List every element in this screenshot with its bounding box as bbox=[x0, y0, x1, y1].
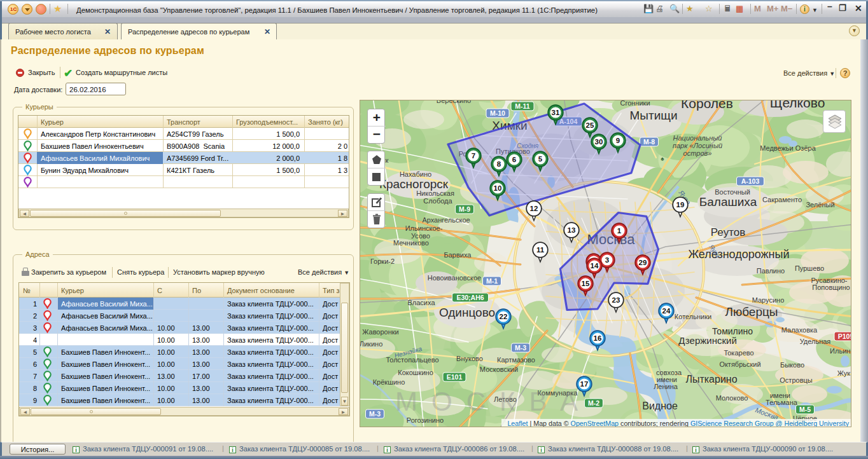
svg-text:А-103: А-103 bbox=[741, 177, 760, 185]
svg-text:15: 15 bbox=[582, 280, 590, 287]
svg-text:Молоково: Молоково bbox=[716, 394, 748, 402]
svg-text:Сакраменто: Сакраменто bbox=[762, 196, 802, 203]
svg-text:Ленина: Ленина bbox=[654, 383, 678, 390]
svg-text:М-9: М-9 bbox=[459, 205, 470, 213]
svg-text:Щелково: Щелково bbox=[770, 100, 825, 110]
svg-text:Слобода: Слобода bbox=[423, 197, 452, 205]
svg-text:Одинцово: Одинцово bbox=[439, 306, 495, 319]
svg-text:Тельмана: Тельмана bbox=[766, 399, 798, 406]
svg-text:Верескино: Верескино bbox=[437, 100, 471, 104]
svg-text:Томилино: Томилино bbox=[712, 326, 753, 336]
svg-text:Поповщино: Поповщино bbox=[812, 284, 850, 291]
svg-text:Барвиха: Барвиха bbox=[444, 251, 472, 259]
svg-text:Токарево: Токарево bbox=[724, 349, 753, 357]
svg-text:Павлино: Павлино bbox=[757, 267, 785, 275]
svg-text:Картмазово: Картмазово bbox=[497, 356, 535, 364]
svg-text:Нахабино: Нахабино bbox=[400, 170, 431, 178]
svg-text:Ликино: Ликино bbox=[360, 340, 382, 348]
svg-text:парк «Лосиный: парк «Лосиный bbox=[673, 142, 722, 149]
svg-text:Мытищи: Мытищи bbox=[629, 109, 677, 122]
svg-text:♠: ♠ bbox=[661, 155, 664, 162]
svg-text:Жаворонки: Жаворонки bbox=[362, 328, 399, 336]
svg-text:Зелёный: Зелёный bbox=[806, 201, 834, 209]
svg-text:10: 10 bbox=[494, 184, 502, 192]
svg-text:Быково: Быково bbox=[780, 361, 804, 369]
svg-text:Национальный: Национальный bbox=[673, 134, 722, 142]
svg-text:Новоивановское: Новоивановское bbox=[428, 274, 481, 282]
svg-text:13: 13 bbox=[568, 226, 576, 234]
svg-text:11: 11 bbox=[536, 246, 545, 254]
svg-text:Восточный: Восточный bbox=[715, 188, 750, 196]
svg-text:М-3: М-3 bbox=[369, 410, 381, 418]
svg-text:23: 23 bbox=[612, 296, 620, 304]
svg-text:31: 31 bbox=[552, 109, 560, 116]
svg-text:М-11: М-11 bbox=[515, 102, 530, 110]
svg-text:9: 9 bbox=[616, 137, 620, 144]
svg-text:17: 17 bbox=[580, 380, 589, 388]
svg-text:Р105: Р105 bbox=[838, 332, 851, 340]
svg-text:Ильинское-: Ильинское- bbox=[405, 224, 443, 232]
svg-text:24: 24 bbox=[662, 307, 671, 315]
svg-text:Островцы: Островцы bbox=[780, 376, 812, 384]
svg-text:22: 22 bbox=[500, 313, 508, 320]
svg-text:М-1: М-1 bbox=[486, 277, 498, 285]
svg-text:Балашиха: Балашиха bbox=[699, 195, 757, 209]
svg-text:Внуково: Внуково bbox=[456, 355, 483, 362]
svg-text:М-10: М-10 bbox=[490, 109, 505, 117]
svg-text:1: 1 bbox=[617, 227, 622, 235]
svg-text:М-2: М-2 bbox=[588, 399, 599, 407]
svg-text:6: 6 bbox=[512, 156, 516, 163]
svg-text:Кокошкино: Кокошкино bbox=[398, 369, 433, 376]
svg-text:Архангельское: Архангельское bbox=[422, 216, 470, 224]
svg-text:остров»: остров» bbox=[683, 149, 712, 157]
svg-text:М-3: М-3 bbox=[515, 344, 526, 352]
svg-text:Е30;АН6: Е30;АН6 bbox=[456, 294, 484, 301]
svg-text:Власиха: Власиха bbox=[407, 299, 435, 306]
svg-text:Медвежьи Озёра: Медвежьи Озёра bbox=[760, 144, 816, 152]
svg-text:30: 30 bbox=[595, 138, 603, 146]
svg-text:12: 12 bbox=[530, 205, 538, 212]
svg-text:Ильинс: Ильинс bbox=[830, 347, 851, 355]
svg-text:Крёкшино: Крёкшино bbox=[373, 378, 405, 386]
svg-text:19: 19 bbox=[676, 201, 685, 209]
svg-text:8: 8 bbox=[497, 160, 501, 168]
svg-text:Дзержинский: Дзержинский bbox=[678, 335, 737, 346]
svg-text:Октябрьский: Октябрьский bbox=[719, 360, 760, 368]
svg-text:Жук: Жук bbox=[837, 369, 851, 377]
svg-text:Московский: Московский bbox=[480, 366, 518, 373]
svg-text:29: 29 bbox=[639, 259, 647, 266]
svg-text:Малаховка: Малаховка bbox=[781, 326, 818, 334]
svg-text:Сгонники: Сгонники bbox=[620, 100, 650, 107]
svg-text:Королев: Королев bbox=[681, 100, 733, 111]
svg-text:М-8: М-8 bbox=[643, 138, 655, 146]
svg-text:5: 5 bbox=[538, 155, 543, 163]
svg-text:М-5: М-5 bbox=[799, 406, 811, 413]
svg-text:Мечниково: Мечниково bbox=[393, 239, 429, 247]
svg-text:МОСКВА: МОСКВА bbox=[395, 387, 592, 416]
svg-text:Марусино: Марусино bbox=[752, 296, 785, 304]
svg-text:Железнодорожный: Железнодорожный bbox=[688, 248, 789, 261]
svg-text:Толстопальцево: Толстопальцево bbox=[386, 356, 438, 364]
svg-text:Котельники: Котельники bbox=[675, 313, 711, 320]
svg-text:16: 16 bbox=[594, 334, 602, 342]
svg-text:Видное: Видное bbox=[642, 401, 678, 411]
svg-text:Е101: Е101 bbox=[447, 373, 463, 381]
svg-text:Рогозинино: Рогозинино bbox=[407, 416, 444, 424]
svg-text:Горки-2: Горки-2 bbox=[370, 257, 395, 265]
svg-text:3: 3 bbox=[605, 256, 609, 264]
svg-text:14: 14 bbox=[591, 262, 599, 270]
svg-text:Пуршево: Пуршево bbox=[795, 264, 824, 272]
svg-text:Удельная: Удельная bbox=[800, 338, 831, 345]
svg-text:Люберцы: Люберцы bbox=[725, 305, 778, 319]
svg-text:Красногорск: Красногорск bbox=[379, 177, 449, 191]
svg-text:7: 7 bbox=[472, 152, 475, 160]
svg-text:25: 25 bbox=[586, 121, 594, 129]
svg-text:Реутов: Реутов bbox=[711, 226, 745, 238]
svg-text:Никольская: Никольская bbox=[416, 189, 454, 197]
svg-text:Лыткарино: Лыткарино bbox=[685, 374, 737, 385]
